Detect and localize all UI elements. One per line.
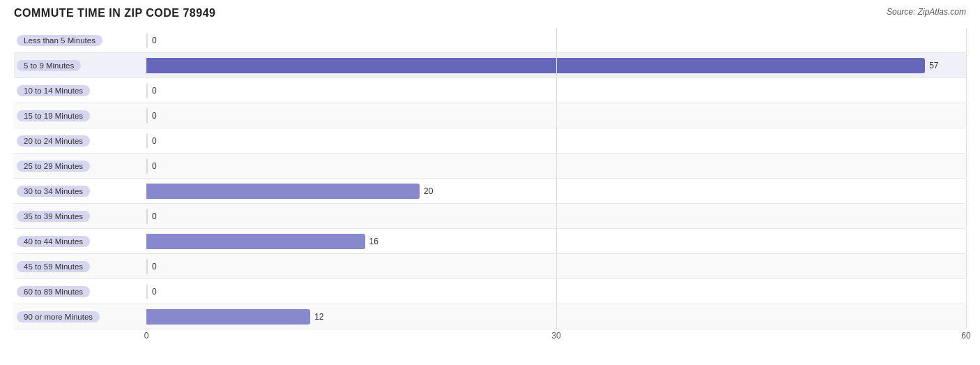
grid-line (556, 28, 557, 52)
bar-fill (146, 108, 148, 124)
grid-line (556, 179, 557, 203)
bar-fill (146, 158, 148, 174)
x-axis-label: 30 (551, 331, 560, 341)
bar-fill (146, 284, 148, 299)
grid-line (556, 279, 557, 304)
bar-fill (146, 58, 925, 73)
bar-fill (146, 83, 148, 98)
grid-line (556, 53, 557, 77)
x-axis-label: 60 (961, 331, 970, 341)
bar-row: Less than 5 Minutes0 (14, 28, 966, 53)
bar-label: 20 to 24 Minutes (14, 135, 146, 147)
grid-line (966, 254, 967, 278)
bar-fill (146, 259, 148, 274)
bar-label-pill: 10 to 14 Minutes (17, 85, 90, 96)
bar-label: 25 to 29 Minutes (14, 161, 146, 172)
bar-fill (146, 33, 148, 48)
bar-row: 40 to 44 Minutes16 (14, 229, 966, 254)
grid-line (966, 28, 967, 52)
bar-label-pill: 5 to 9 Minutes (17, 60, 81, 71)
chart-area: Less than 5 Minutes05 to 9 Minutes5710 t… (14, 28, 966, 329)
bar-container: 0 (146, 103, 966, 128)
grid-line (556, 78, 557, 103)
bar-value-label: 0 (152, 36, 157, 45)
bar-label-pill: 35 to 39 Minutes (17, 211, 90, 222)
bar-value-label: 0 (152, 262, 157, 271)
bar-label-pill: 45 to 59 Minutes (17, 261, 90, 272)
grid-line (556, 128, 557, 153)
grid-line (966, 154, 967, 178)
grid-line (966, 128, 967, 153)
bar-label: 35 to 39 Minutes (14, 211, 146, 222)
bar-value-label: 57 (929, 61, 938, 70)
bar-container: 0 (146, 204, 966, 228)
bar-row: 35 to 39 Minutes0 (14, 204, 966, 229)
chart-header: COMMUTE TIME IN ZIP CODE 78949 Source: Z… (14, 7, 966, 20)
grid-line (556, 229, 557, 253)
bar-container: 57 (146, 53, 966, 77)
bar-label-pill: 90 or more Minutes (17, 311, 100, 322)
bar-container: 0 (146, 154, 966, 178)
grid-line (556, 304, 557, 329)
bar-label: 40 to 44 Minutes (14, 236, 146, 247)
grid-line (966, 78, 967, 103)
bar-container: 0 (146, 128, 966, 153)
grid-line (556, 254, 557, 278)
grid-line (966, 53, 967, 77)
bar-label: 5 to 9 Minutes (14, 60, 146, 71)
bar-row: 5 to 9 Minutes57 (14, 53, 966, 78)
bar-row: 10 to 14 Minutes0 (14, 78, 966, 103)
bar-label-pill: 60 to 89 Minutes (17, 286, 90, 297)
bar-label: 15 to 19 Minutes (14, 110, 146, 121)
bar-value-label: 0 (152, 111, 157, 121)
x-axis: 03060 (14, 331, 966, 345)
bar-container: 12 (146, 304, 966, 329)
bar-fill (146, 309, 310, 325)
bar-label-pill: 40 to 44 Minutes (17, 236, 90, 247)
bar-label-pill: 25 to 29 Minutes (17, 161, 90, 172)
bar-label: 10 to 14 Minutes (14, 85, 146, 96)
bar-value-label: 20 (424, 186, 433, 196)
bar-row: 45 to 59 Minutes0 (14, 254, 966, 279)
grid-line (966, 304, 967, 329)
bar-label-pill: 20 to 24 Minutes (17, 135, 90, 147)
x-axis-label: 0 (144, 331, 149, 341)
bar-row: 60 to 89 Minutes0 (14, 279, 966, 304)
grid-line (966, 229, 967, 253)
bar-fill (146, 184, 420, 199)
grid-line (966, 179, 967, 203)
bar-label-pill: 30 to 34 Minutes (17, 186, 90, 197)
bar-container: 0 (146, 78, 966, 103)
grid-line (966, 103, 967, 128)
grid-line (556, 103, 557, 128)
bar-fill (146, 209, 148, 224)
bar-label-pill: Less than 5 Minutes (17, 35, 102, 46)
bar-value-label: 0 (152, 161, 157, 171)
bar-label: 45 to 59 Minutes (14, 261, 146, 272)
grid-line (556, 154, 557, 178)
bar-value-label: 12 (314, 312, 323, 322)
bar-container: 16 (146, 229, 966, 253)
bar-container: 0 (146, 28, 966, 52)
grid-line (966, 279, 967, 304)
bar-row: 30 to 34 Minutes20 (14, 179, 966, 204)
chart-title: COMMUTE TIME IN ZIP CODE 78949 (14, 7, 215, 20)
grid-line (966, 204, 967, 228)
bar-container: 0 (146, 279, 966, 304)
bar-label: Less than 5 Minutes (14, 35, 146, 46)
bar-fill (146, 234, 365, 249)
bar-value-label: 0 (152, 287, 157, 297)
bar-container: 20 (146, 179, 966, 203)
bar-value-label: 0 (152, 136, 157, 146)
bar-fill (146, 133, 148, 149)
bar-row: 25 to 29 Minutes0 (14, 154, 966, 179)
bar-label: 30 to 34 Minutes (14, 186, 146, 197)
bar-row: 15 to 19 Minutes0 (14, 103, 966, 128)
bar-row: 90 or more Minutes12 (14, 304, 966, 329)
bar-label-pill: 15 to 19 Minutes (17, 110, 90, 121)
bar-value-label: 0 (152, 211, 157, 221)
grid-line (556, 204, 557, 228)
chart-source: Source: ZipAtlas.com (887, 7, 966, 17)
bar-label: 90 or more Minutes (14, 311, 146, 322)
bar-row: 20 to 24 Minutes0 (14, 128, 966, 154)
